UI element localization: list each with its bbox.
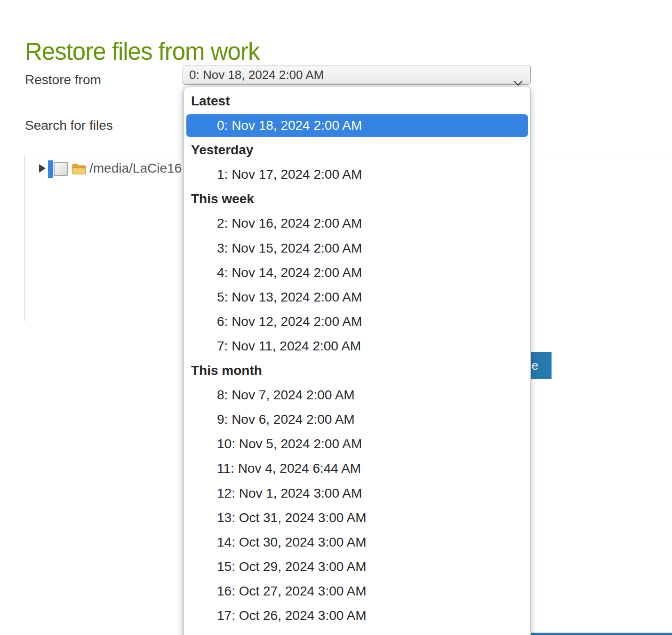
tree-node-path[interactable]: /media/LaCie16 <box>89 161 182 176</box>
dropdown-option[interactable]: 15: Oct 29, 2024 3:00 AM <box>184 555 530 579</box>
dropdown-option[interactable]: 4: Nov 14, 2024 2:00 AM <box>184 261 530 285</box>
search-for-files-label: Search for files <box>25 118 113 133</box>
restore-version-select-value: 0: Nov 18, 2024 2:00 AM <box>189 68 324 82</box>
dropdown-option[interactable]: 9: Nov 6, 2024 2:00 AM <box>184 407 530 432</box>
dropdown-option[interactable]: 2: Nov 16, 2024 2:00 AM <box>184 211 530 236</box>
dropdown-option[interactable]: 17: Oct 26, 2024 3:00 AM <box>184 603 530 628</box>
dropdown-group-label: This month <box>184 358 530 383</box>
dropdown-option[interactable]: 14: Oct 30, 2024 3:00 AM <box>184 530 530 555</box>
page-title: Restore files from work <box>25 38 259 65</box>
dropdown-option[interactable]: 13: Oct 31, 2024 3:00 AM <box>184 506 530 530</box>
dropdown-option[interactable]: 7: Nov 11, 2024 2:00 AM <box>184 334 530 358</box>
dropdown-group-label: Latest <box>184 89 530 113</box>
restore-version-dropdown: Latest 0: Nov 18, 2024 2:00 AM Yesterday… <box>184 86 531 635</box>
dropdown-option[interactable]: 8: Nov 7, 2024 2:00 AM <box>184 383 530 407</box>
dropdown-option[interactable]: 5: Nov 13, 2024 2:00 AM <box>184 285 530 310</box>
dropdown-option[interactable]: 6: Nov 12, 2024 2:00 AM <box>184 310 530 334</box>
tree-node-checkbox[interactable] <box>54 162 68 176</box>
dropdown-option-selected[interactable]: 0: Nov 18, 2024 2:00 AM <box>186 114 528 137</box>
restore-version-select[interactable]: 0: Nov 18, 2024 2:00 AM <box>183 65 531 85</box>
restore-from-label: Restore from <box>25 72 101 87</box>
dropdown-group-label: Yesterday <box>184 138 530 162</box>
dropdown-option[interactable]: 1: Nov 17, 2024 2:00 AM <box>184 162 530 187</box>
tree-focus-indicator <box>48 160 53 178</box>
dropdown-group-label: This week <box>184 187 530 211</box>
dropdown-option[interactable]: 16: Oct 27, 2024 3:00 AM <box>184 579 530 603</box>
chevron-down-icon <box>513 72 523 78</box>
expand-triangle-icon[interactable] <box>39 164 46 173</box>
folder-icon <box>72 163 87 177</box>
dropdown-option[interactable]: 10: Nov 5, 2024 2:00 AM <box>184 432 530 456</box>
dropdown-option[interactable]: 12: Nov 1, 2024 3:00 AM <box>184 481 530 506</box>
dropdown-option[interactable]: 11: Nov 4, 2024 6:44 AM <box>184 456 530 481</box>
dropdown-option[interactable]: 3: Nov 15, 2024 2:00 AM <box>184 236 530 261</box>
